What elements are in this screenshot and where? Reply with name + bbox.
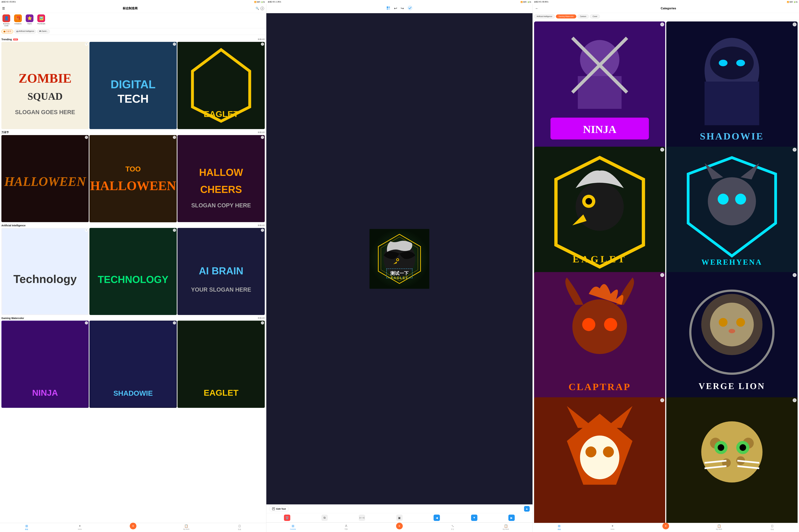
ninja-sm-bg: NINJA xyxy=(1,321,89,408)
trending-item-digital[interactable]: DIGITAL TECH ♡ xyxy=(89,42,177,129)
ai-item-3[interactable]: AI BRAIN YOUR SLOGAN HERE ♡ xyxy=(178,228,265,315)
info-icon[interactable]: i xyxy=(260,7,264,10)
arrow-down-button[interactable]: ▼ xyxy=(471,515,477,521)
nav-add-mid[interactable]: + xyxy=(373,524,426,531)
nav-mywork[interactable]: 📋 My Work xyxy=(160,524,213,531)
add-button-mid[interactable]: + xyxy=(396,523,403,529)
ninja-heart[interactable]: ♡ xyxy=(660,22,664,26)
claptrap-heart[interactable]: ♡ xyxy=(660,273,664,277)
tag-halloween[interactable]: 🎃 万圣节 xyxy=(1,30,13,34)
mirror-button[interactable]: ⊢⊣ xyxy=(359,515,365,521)
category-invitations[interactable]: 🎁 Invitations xyxy=(13,15,23,27)
right-nav-mywork[interactable]: 📋 My Work xyxy=(692,524,746,531)
logo-card-leopard[interactable]: ♡ xyxy=(666,397,797,523)
nav-mywork-mid[interactable]: 📋 My Work xyxy=(479,524,532,531)
filter-cover[interactable]: Cover xyxy=(590,15,600,18)
svg-text:SHADOWIE: SHADOWIE xyxy=(113,389,153,397)
svg-point-85 xyxy=(719,318,728,327)
text-selection-box[interactable]: 测试一下 xyxy=(386,269,413,278)
confirm-icon[interactable] xyxy=(407,5,413,12)
nav-templates[interactable]: ⊞ 模板 xyxy=(0,524,53,531)
leopard-heart[interactable]: ♡ xyxy=(793,398,797,402)
werehyena-heart[interactable]: ♡ xyxy=(793,148,797,152)
fox-heart[interactable]: ♡ xyxy=(660,398,664,402)
trending-more[interactable]: 查看全部 xyxy=(258,38,265,41)
ai3-heart[interactable]: ♡ xyxy=(261,229,264,232)
logo-card-vergelion[interactable]: VERGE LION ♡ xyxy=(666,272,797,403)
filter-ai[interactable]: Artificial Intelligence xyxy=(534,15,555,18)
halloween-item-3[interactable]: HALLOW CHEERS SLOGAN COPY HERE ♡ xyxy=(178,135,265,222)
search-icon[interactable]: 🔍 xyxy=(256,7,259,10)
arrow-right-button[interactable]: ▶ xyxy=(508,515,515,521)
h1-heart[interactable]: ♡ xyxy=(85,136,88,139)
status-icons-mid: 📶 WiFi 🔋31 xyxy=(521,1,531,3)
ai-item-2[interactable]: TECHNOLOGY ♡ xyxy=(89,228,177,315)
logo-card-werehyena[interactable]: WEREHYENA ♡ xyxy=(666,147,797,278)
size-icon: ⤡ xyxy=(451,524,454,528)
logo-card-eaglet[interactable]: EAGLET ♡ xyxy=(534,147,665,278)
nav-social[interactable]: ⟨⟩ 社会 xyxy=(213,524,266,531)
eaglet-heart[interactable]: ♡ xyxy=(261,42,264,46)
right-nav-add[interactable]: + xyxy=(639,524,692,531)
status-bar-left: 凌晨2:42 | 55.6K/s 📶 WiFi 🔋31 xyxy=(0,0,266,4)
halloween-item-1[interactable]: HALLOWEEN ♡ xyxy=(1,135,89,222)
logo-card-shadowie[interactable]: SHADOWIE ♡ xyxy=(666,21,797,152)
status-time-left: 凌晨2:42 | 55.6K/s xyxy=(1,1,16,3)
svg-point-43 xyxy=(397,259,398,261)
trending-item-eaglet[interactable]: EAGLET ♡ xyxy=(178,42,265,129)
tech1-heart[interactable]: ♡ xyxy=(85,229,88,232)
filter-gaming[interactable]: Gaming Watercolor xyxy=(556,15,576,18)
nav-add[interactable]: + xyxy=(107,524,160,531)
gaming-more[interactable]: 查看全部 xyxy=(258,317,265,319)
select-button[interactable]: ▣ xyxy=(396,515,403,521)
tech2-heart[interactable]: ♡ xyxy=(173,229,176,232)
vergelion-heart[interactable]: ♡ xyxy=(793,273,797,277)
halloween-more[interactable]: 查看全部 xyxy=(258,131,265,134)
hc-heart[interactable]: ♡ xyxy=(261,136,264,139)
right-nav-templates[interactable]: ⊞ 模板 xyxy=(533,524,586,531)
editor-canvas[interactable]: EAGLET 测试一下 xyxy=(369,229,429,289)
delete-button[interactable]: 🗑️ xyxy=(284,515,290,521)
undo-icon[interactable]: ↩ xyxy=(394,6,397,11)
right-nav-social[interactable]: ⟨⟩ 社会 xyxy=(746,524,799,531)
logo-card-ninja[interactable]: NINJA ♡ xyxy=(534,21,665,152)
nav-icons[interactable]: ✦ Icons xyxy=(53,524,106,531)
back-button[interactable]: ← xyxy=(535,6,539,11)
ai-more[interactable]: 查看全部 xyxy=(258,224,265,227)
tag-ai[interactable]: 🤖 Artificial Intelligence xyxy=(14,30,36,34)
trending-item-zombie[interactable]: ZOMBIE SQUAD SLOGAN GOES HERE ♡ xyxy=(1,42,89,129)
digital-heart[interactable]: ♡ xyxy=(173,42,176,46)
zombie-heart[interactable]: ♡ xyxy=(85,42,88,46)
gaming-item-shadow[interactable]: SHADOWIE ♡ xyxy=(89,321,177,408)
category-flyers[interactable]: ⭐ Flyers xyxy=(24,15,35,27)
svg-text:EAGLET: EAGLET xyxy=(204,388,238,397)
redo-icon[interactable]: ↪ xyxy=(401,6,404,11)
right-add-button[interactable]: + xyxy=(662,523,669,529)
tab-controls[interactable]: ⊞ Controls xyxy=(266,524,320,531)
edit-text-button[interactable]: Edit Text xyxy=(269,506,289,511)
chevron-up-button[interactable]: ▲ xyxy=(524,506,530,512)
filter-cartoon[interactable]: Cartoon xyxy=(577,15,589,18)
category-business-cards[interactable]: 👤 BusinessCards xyxy=(1,15,12,27)
right-nav-icons[interactable]: ✦ Icons xyxy=(586,524,639,531)
tab-font[interactable]: A 字形 xyxy=(320,524,373,531)
tag-gaming[interactable]: 🎮 Gamir... xyxy=(37,30,50,34)
left-panel-content: Trending NEW 查看全部 ZOMBIE SQUAD SLOGAN GO… xyxy=(0,35,266,523)
tab-size[interactable]: ⤡ 尺寸 xyxy=(426,524,479,531)
arrow-left-button[interactable]: ◀ xyxy=(434,515,440,521)
ai-item-1[interactable]: Technology ♡ xyxy=(1,228,89,315)
copy-button[interactable]: ⧉ xyxy=(322,515,328,521)
logo-card-fox[interactable]: ♡ xyxy=(534,397,665,523)
h2-heart[interactable]: ♡ xyxy=(173,136,176,139)
logo-card-claptrap[interactable]: CLAPTRAP ♡ xyxy=(534,272,665,403)
shadowie-heart[interactable]: ♡ xyxy=(793,22,797,26)
svg-point-94 xyxy=(585,446,596,457)
halloween-item-2[interactable]: TOO HALLOWEEN ♡ xyxy=(89,135,177,222)
menu-icon[interactable]: ☰ xyxy=(2,6,5,11)
edit-text-label: Edit Text xyxy=(276,508,286,510)
layers-icon[interactable] xyxy=(386,6,391,11)
gaming-item-ninja[interactable]: NINJA ♡ xyxy=(1,321,89,408)
gaming-item-eagle-sm[interactable]: EAGLET ♡ xyxy=(178,321,265,408)
add-button[interactable]: + xyxy=(130,523,137,529)
category-thumbnails[interactable]: 🖼️ Thumbnails xyxy=(36,15,47,27)
